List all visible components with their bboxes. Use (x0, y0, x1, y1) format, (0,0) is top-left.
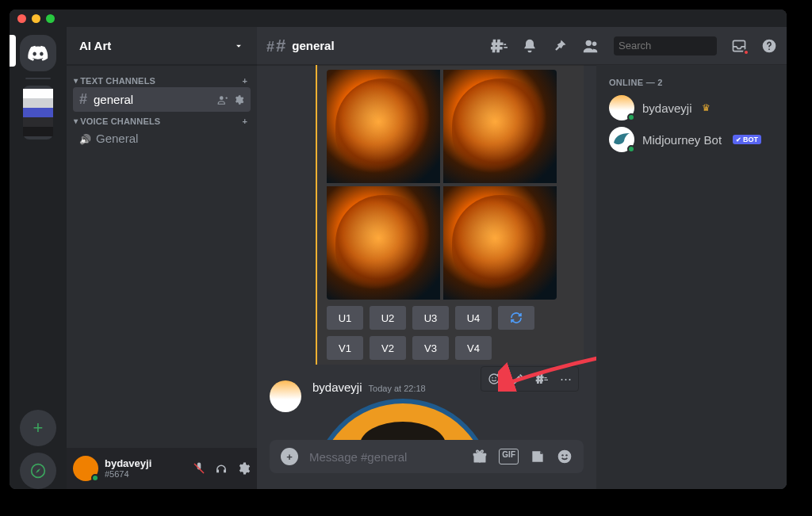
discord-window: + AI Art ▸TEXT CHANNELS + general (10, 10, 787, 489)
gift-icon[interactable] (472, 449, 488, 464)
svg-point-1 (220, 96, 224, 100)
voice-channel-general[interactable]: General (73, 128, 251, 149)
threads-icon[interactable] (490, 37, 508, 55)
svg-point-8 (492, 377, 493, 379)
input-placeholder: Message #general (309, 450, 461, 464)
v3-button[interactable]: V3 (412, 336, 449, 360)
user-panel: bydaveyji #5674 (67, 448, 257, 489)
main-area: # general (257, 27, 787, 489)
server-header[interactable]: AI Art (67, 27, 257, 65)
gif-icon[interactable]: GIF (499, 449, 519, 464)
variation-row: V1 V2 V3 V4 (327, 336, 584, 360)
owner-crown-icon: ♛ (702, 102, 710, 113)
grid-image-3[interactable] (327, 186, 440, 300)
message-hover-actions: ⋯ (481, 366, 579, 392)
member-avatar (609, 95, 634, 120)
svg-point-2 (586, 40, 592, 45)
sticker-icon[interactable] (530, 449, 546, 464)
add-reaction-icon[interactable] (483, 369, 505, 389)
window-zoom[interactable] (46, 14, 55, 23)
grid-image-4[interactable] (443, 186, 557, 300)
selected-guild-pill (10, 35, 16, 67)
create-channel-icon[interactable]: + (242, 76, 247, 86)
messages-scroller[interactable]: U1 U2 U3 U4 V1 V2 V3 V4 (257, 65, 596, 440)
speaker-icon (79, 132, 91, 145)
midjourney-result: U1 U2 U3 U4 V1 V2 V3 V4 (316, 65, 584, 365)
hash-icon: # (266, 36, 285, 56)
guild-rail: + (10, 27, 67, 489)
u1-button[interactable]: U1 (327, 306, 363, 330)
image-grid[interactable] (327, 70, 557, 300)
member-item[interactable]: bydaveyji ♛ (603, 92, 780, 124)
uploaded-image[interactable] (312, 399, 493, 440)
svg-point-7 (489, 374, 499, 384)
member-avatar (609, 127, 634, 152)
window-close[interactable] (17, 14, 26, 23)
self-discriminator: #5674 (105, 469, 186, 479)
add-server-button[interactable]: + (20, 410, 56, 446)
message-input-row: + Message #general GIF (257, 440, 596, 489)
window-minimize[interactable] (32, 14, 40, 23)
channel-settings-icon[interactable] (233, 94, 244, 105)
category-text[interactable]: ▸TEXT CHANNELS + (73, 71, 251, 87)
svg-point-13 (561, 454, 563, 456)
u3-button[interactable]: U3 (412, 306, 449, 330)
help-icon[interactable] (761, 38, 777, 54)
u4-button[interactable]: U4 (455, 306, 492, 330)
message-author[interactable]: bydaveyji (312, 380, 362, 394)
invite-people-icon[interactable] (217, 94, 228, 105)
create-channel-icon[interactable]: + (242, 117, 247, 126)
self-avatar[interactable] (73, 456, 98, 481)
message-input[interactable]: + Message #general GIF (270, 440, 584, 473)
chevron-down-icon (233, 40, 244, 52)
channel-general[interactable]: general (73, 87, 251, 112)
reroll-button[interactable] (498, 306, 534, 330)
v2-button[interactable]: V2 (370, 336, 406, 360)
inbox-icon[interactable] (731, 38, 747, 54)
server-folder[interactable] (23, 86, 53, 140)
attach-button[interactable]: + (281, 448, 298, 465)
grid-image-2[interactable] (443, 70, 557, 183)
deafen-icon[interactable] (214, 461, 228, 476)
topbar-channel-name: general (292, 39, 334, 52)
mac-titlebar (10, 10, 787, 27)
member-name: Midjourney Bot (642, 133, 722, 147)
server-name: AI Art (79, 39, 111, 52)
pinned-icon[interactable] (552, 38, 568, 54)
u2-button[interactable]: U2 (370, 306, 406, 330)
svg-point-9 (495, 377, 496, 379)
self-username: bydaveyji (105, 458, 186, 469)
member-name: bydaveyji (642, 101, 692, 115)
member-list: ONLINE — 2 bydaveyji ♛ Midjourney Bot BO… (596, 65, 787, 489)
hash-icon (79, 91, 89, 108)
notifications-icon[interactable] (522, 38, 538, 54)
emoji-icon[interactable] (557, 449, 573, 464)
v1-button[interactable]: V1 (327, 336, 363, 360)
edit-icon[interactable] (507, 369, 529, 389)
upscale-row: U1 U2 U3 U4 (327, 306, 584, 330)
create-thread-icon[interactable] (530, 369, 553, 389)
member-list-icon[interactable] (582, 37, 599, 55)
members-online-heading: ONLINE — 2 (603, 78, 780, 92)
search-box[interactable] (614, 36, 717, 55)
home-dm-button[interactable] (20, 35, 56, 71)
member-item[interactable]: Midjourney Bot BOT (603, 124, 780, 155)
message: bydaveyji Today at 22:18 (270, 376, 584, 440)
bot-badge: BOT (733, 135, 761, 144)
message-avatar[interactable] (270, 380, 301, 412)
explore-servers-button[interactable] (20, 453, 56, 489)
v4-button[interactable]: V4 (455, 336, 492, 360)
channel-sidebar: AI Art ▸TEXT CHANNELS + general (67, 27, 257, 489)
more-icon[interactable]: ⋯ (554, 369, 576, 389)
svg-point-12 (558, 450, 572, 464)
svg-point-3 (592, 41, 597, 46)
channel-topbar: # general (257, 27, 787, 65)
message-attachment[interactable] (312, 399, 584, 440)
svg-point-14 (565, 454, 567, 456)
mute-mic-icon[interactable] (192, 461, 206, 476)
chat-column: U1 U2 U3 U4 V1 V2 V3 V4 (257, 65, 596, 489)
category-voice[interactable]: ▸VOICE CHANNELS + (73, 112, 251, 128)
message-timestamp: Today at 22:18 (369, 384, 426, 393)
user-settings-icon[interactable] (236, 461, 251, 476)
grid-image-1[interactable] (327, 70, 440, 183)
